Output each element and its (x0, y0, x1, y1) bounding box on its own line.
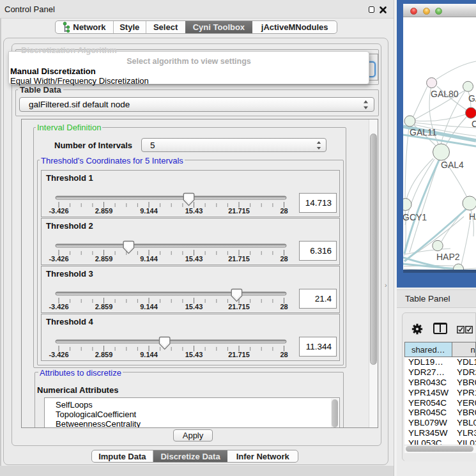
svg-text:GAL80: GAL80 (431, 89, 459, 99)
svg-text:9.144: 9.144 (140, 351, 158, 358)
svg-text:HAP2: HAP2 (436, 252, 460, 262)
svg-text:2.859: 2.859 (95, 351, 113, 358)
svg-text:9.144: 9.144 (140, 303, 158, 311)
svg-text:GAL11: GAL11 (410, 127, 437, 137)
svg-text:2.859: 2.859 (95, 207, 113, 215)
svg-text:-3.426: -3.426 (49, 207, 68, 215)
svg-text:21.715: 21.715 (228, 207, 250, 215)
svg-text:21.715: 21.715 (228, 255, 250, 263)
svg-text:HA: HA (469, 211, 476, 222)
svg-text:GCY1: GCY1 (403, 212, 427, 222)
svg-text:28: 28 (280, 351, 288, 358)
svg-text:15.43: 15.43 (185, 351, 203, 358)
svg-text:21.715: 21.715 (228, 303, 250, 311)
svg-text:28: 28 (280, 303, 288, 311)
svg-text:9.144: 9.144 (140, 255, 158, 263)
svg-text:15.43: 15.43 (185, 255, 203, 263)
svg-text:-3.426: -3.426 (49, 351, 68, 358)
svg-text:GAL4: GAL4 (441, 160, 464, 170)
svg-text:2.859: 2.859 (95, 255, 113, 263)
svg-text:15.43: 15.43 (185, 303, 203, 311)
svg-text:-3.426: -3.426 (49, 255, 68, 263)
svg-text:21.715: 21.715 (228, 351, 250, 358)
svg-text:15.43: 15.43 (185, 207, 203, 215)
svg-text:CB: CB (472, 119, 476, 129)
svg-text:28: 28 (280, 207, 288, 215)
svg-text:2.859: 2.859 (95, 303, 113, 311)
svg-text:GA: GA (468, 93, 476, 104)
svg-text:-3.426: -3.426 (49, 303, 68, 311)
svg-text:9.144: 9.144 (140, 207, 158, 215)
svg-text:28: 28 (280, 255, 288, 263)
